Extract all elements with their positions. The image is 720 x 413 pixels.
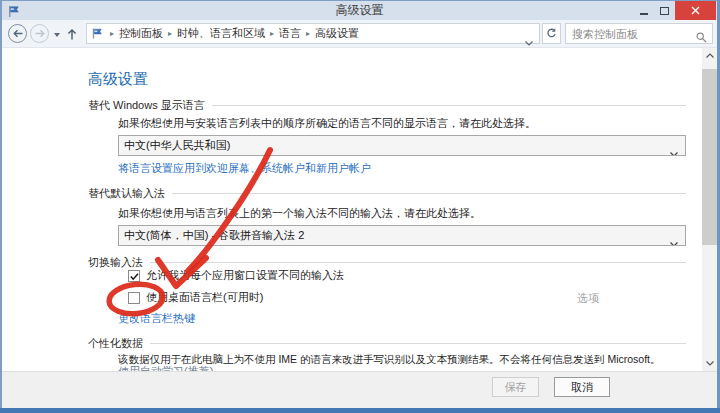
forward-arrow-icon bbox=[34, 28, 46, 39]
desktop-language-bar-label[interactable]: 使用桌面语言栏(可用时) bbox=[146, 290, 263, 305]
checkmark-icon bbox=[130, 273, 139, 281]
search-input[interactable] bbox=[570, 25, 690, 42]
clipped-text-line: 使用自动学习(推荐) bbox=[118, 364, 213, 371]
refresh-button[interactable] bbox=[542, 23, 561, 44]
breadcrumb-item-clock-language-region[interactable]: 时钟、语言和区域 bbox=[175, 26, 267, 41]
search-box bbox=[565, 23, 713, 44]
back-arrow-icon bbox=[12, 28, 24, 39]
desktop-language-bar-row: 使用桌面语言栏(可用时) bbox=[128, 290, 263, 305]
section-rule bbox=[150, 262, 686, 263]
page-title: 高级设置 bbox=[88, 70, 148, 89]
refresh-icon bbox=[546, 28, 557, 39]
close-icon bbox=[691, 6, 700, 15]
section-description: 如果你想使用与语言列表上的第一个输入法不同的输入法，请在此处选择。 bbox=[118, 206, 681, 221]
advanced-settings-window: 高级设置 bbox=[0, 0, 720, 413]
save-button[interactable]: 保存 bbox=[492, 377, 539, 397]
titlebar: 高级设置 bbox=[2, 1, 717, 20]
history-dropdown-icon[interactable] bbox=[54, 33, 60, 37]
vertical-scrollbar[interactable] bbox=[702, 48, 717, 371]
maximize-icon bbox=[660, 7, 669, 15]
allow-per-window-checkbox[interactable] bbox=[128, 270, 140, 282]
back-button[interactable] bbox=[8, 24, 27, 43]
maximize-button[interactable] bbox=[654, 1, 675, 20]
chevron-up-icon bbox=[706, 53, 714, 58]
breadcrumb-flag-icon bbox=[91, 27, 103, 40]
close-button[interactable] bbox=[675, 1, 716, 20]
display-language-dropdown[interactable]: 中文(中华人民共和国) bbox=[118, 135, 686, 156]
apply-language-settings-link[interactable]: 将语言设置应用到欢迎屏幕、系统帐户和新用户帐户 bbox=[118, 161, 371, 176]
window-border-bottom bbox=[0, 408, 720, 413]
navigation-bar: ▸ 控制面板 ▸ 时钟、语言和区域 ▸ 语言 ▸ 高级设置 bbox=[2, 20, 717, 48]
up-arrow-icon bbox=[66, 28, 78, 41]
chevron-down-icon bbox=[706, 361, 714, 366]
section-description: 如果你想使用与安装语言列表中的顺序所确定的语言不同的显示语言，请在此处选择。 bbox=[118, 116, 681, 131]
change-language-bar-hotkeys-link[interactable]: 更改语言栏热键 bbox=[118, 311, 195, 326]
breadcrumb-item-advanced-settings[interactable]: 高级设置 bbox=[313, 26, 361, 41]
up-button[interactable] bbox=[66, 27, 78, 45]
breadcrumb-item-control-panel[interactable]: 控制面板 bbox=[117, 26, 165, 41]
window-title: 高级设置 bbox=[2, 1, 717, 20]
breadcrumb-separator: ▸ bbox=[303, 29, 313, 38]
breadcrumb-item-language[interactable]: 语言 bbox=[277, 26, 303, 41]
scroll-up-button[interactable] bbox=[702, 48, 717, 63]
allow-per-window-input-row: 允许我为每个应用窗口设置不同的输入法 bbox=[128, 268, 344, 283]
breadcrumb-separator: ▸ bbox=[267, 29, 277, 38]
cancel-button[interactable]: 取消 bbox=[554, 377, 610, 397]
scrollbar-thumb[interactable] bbox=[702, 69, 717, 245]
minimize-button[interactable] bbox=[633, 1, 654, 20]
default-input-method-dropdown[interactable]: 中文(简体，中国) - 谷歌拼音输入法 2 bbox=[118, 225, 686, 246]
section-rule bbox=[150, 343, 686, 344]
desktop-language-bar-checkbox[interactable] bbox=[128, 292, 140, 304]
breadcrumb-separator: ▸ bbox=[165, 29, 175, 38]
settings-content: 高级设置 替代 Windows 显示语言 如果你想使用与安装语言列表中的顺序所确… bbox=[2, 48, 717, 371]
section-rule bbox=[172, 193, 686, 194]
options-link-disabled: 选项 bbox=[577, 291, 599, 306]
allow-per-window-label[interactable]: 允许我为每个应用窗口设置不同的输入法 bbox=[146, 268, 344, 283]
section-header-switch-input-method: 切换输入法 bbox=[88, 255, 686, 269]
section-header-display-language: 替代 Windows 显示语言 bbox=[88, 98, 686, 112]
chevron-down-icon bbox=[670, 234, 678, 246]
search-icon[interactable] bbox=[696, 29, 707, 47]
footer-bar: 保存 取消 bbox=[2, 371, 717, 408]
scroll-down-button[interactable] bbox=[702, 356, 717, 371]
chevron-down-icon bbox=[670, 144, 678, 156]
address-bar[interactable]: ▸ 控制面板 ▸ 时钟、语言和区域 ▸ 语言 ▸ 高级设置 bbox=[86, 23, 540, 44]
forward-button[interactable] bbox=[30, 24, 49, 43]
section-header-default-input-method: 替代默认输入法 bbox=[88, 186, 686, 200]
section-header-personalization-data: 个性化数据 bbox=[88, 336, 686, 350]
minimize-icon bbox=[640, 13, 648, 15]
section-rule bbox=[212, 105, 686, 106]
breadcrumb-separator: ▸ bbox=[107, 29, 117, 38]
